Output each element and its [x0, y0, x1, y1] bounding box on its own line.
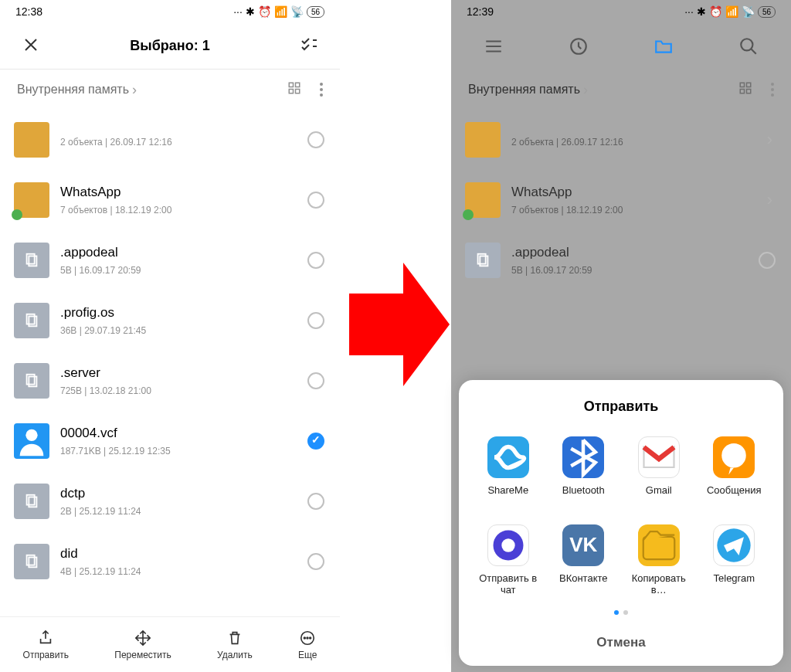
chevron-right-icon: ›	[583, 82, 588, 98]
share-app-telegram[interactable]: Telegram	[701, 524, 769, 596]
selection-radio[interactable]	[307, 372, 324, 389]
svg-rect-2	[289, 90, 293, 93]
file-name: 00004.vcf	[60, 426, 297, 441]
svg-rect-24	[740, 90, 744, 93]
svg-rect-25	[747, 90, 751, 93]
file-meta: 725B | 13.02.18 21:00	[60, 385, 297, 396]
svg-rect-3	[296, 90, 300, 93]
cancel-button[interactable]: Отмена	[474, 626, 768, 653]
selection-radio[interactable]	[759, 252, 776, 269]
selection-radio[interactable]	[307, 312, 324, 329]
file-row[interactable]: 00004.vcf187.71KB | 25.12.19 12:35	[0, 411, 340, 471]
file-meta: 187.71KB | 25.12.19 12:35	[60, 446, 297, 456]
sendchat-icon	[487, 524, 529, 566]
svg-point-10	[25, 429, 37, 441]
select-all-icon[interactable]	[300, 36, 318, 57]
svg-rect-1	[296, 83, 300, 87]
file-list: 2 объекта | 26.09.17 12:16WhatsApp7 объе…	[0, 110, 340, 592]
share-app-gmail[interactable]: Gmail	[625, 436, 693, 507]
grid-view-icon[interactable]	[738, 81, 752, 98]
file-meta: 7 объектов | 18.12.19 2:00	[511, 205, 753, 216]
clock: 12:39	[467, 5, 494, 18]
file-meta: 2 объекта | 26.09.17 12:16	[511, 137, 753, 148]
chevron-right-icon: ›	[764, 130, 776, 150]
share-app-shareme[interactable]: ShareMe	[474, 436, 542, 507]
selection-radio[interactable]	[307, 433, 324, 450]
svg-point-16	[304, 637, 306, 639]
share-app-messages[interactable]: Сообщения	[701, 436, 769, 507]
breadcrumb-path[interactable]: Внутренняя память ›	[468, 82, 588, 98]
file-row[interactable]: .appodeal5B | 16.09.17 20:59	[0, 230, 340, 290]
file-name: WhatsApp	[60, 185, 297, 200]
svg-marker-19	[349, 263, 450, 386]
menu-icon[interactable]	[484, 36, 504, 56]
selection-radio[interactable]	[307, 131, 324, 148]
selection-radio[interactable]	[307, 252, 324, 269]
file-name: WhatsApp	[511, 185, 753, 200]
more-options-icon[interactable]	[771, 83, 774, 97]
copy-icon	[638, 524, 680, 566]
share-app-sendchat[interactable]: Отправить в чат	[474, 524, 542, 596]
file-row[interactable]: .appodeal5B | 16.09.17 20:59	[451, 230, 791, 290]
svg-point-30	[501, 538, 514, 552]
grid-view-icon[interactable]	[287, 81, 301, 98]
clock: 12:38	[15, 5, 42, 18]
status-icons: ···✱⏰📶📡 56	[684, 5, 776, 18]
status-bar: 12:38 ···✱⏰📶📡 56	[0, 0, 340, 23]
status-icons: ···✱⏰📶📡 56	[233, 5, 324, 18]
main-toolbar	[451, 23, 791, 70]
telegram-icon	[713, 524, 755, 566]
battery-icon: 56	[307, 6, 324, 18]
vk-icon: VK	[562, 524, 604, 566]
share-app-copy[interactable]: Копировать в…	[625, 524, 693, 596]
svg-rect-0	[289, 83, 293, 87]
selection-radio[interactable]	[307, 192, 324, 209]
delete-button[interactable]: Удалить	[217, 630, 253, 660]
share-app-label: ShareMe	[487, 484, 528, 507]
close-icon[interactable]	[22, 36, 40, 57]
share-app-vk[interactable]: VKВКонтакте	[550, 524, 618, 596]
more-options-icon[interactable]	[320, 83, 323, 97]
file-name: dctp	[60, 486, 297, 501]
share-app-label: Сообщения	[707, 484, 762, 507]
phone-screen-left: 12:38 ···✱⏰📶📡 56 Выбрано: 1 Внутренняя п…	[0, 0, 340, 672]
svg-rect-23	[747, 83, 751, 87]
file-row[interactable]: did4B | 25.12.19 11:24	[0, 531, 340, 592]
bluetooth-icon	[562, 436, 604, 478]
file-name: .appodeal	[511, 245, 748, 260]
share-app-grid: ShareMeBluetoothGmailСообщенияОтправить …	[474, 436, 768, 596]
share-app-label: ВКонтакте	[559, 572, 608, 596]
share-app-label: Отправить в чат	[474, 572, 542, 596]
file-row[interactable]: 2 объекта | 26.09.17 12:16›	[451, 110, 791, 170]
file-row[interactable]: .profig.os36B | 29.07.19 21:45	[0, 290, 340, 351]
send-button[interactable]: Отправить	[23, 630, 70, 660]
messages-icon	[713, 436, 755, 478]
file-row[interactable]: dctp2B | 25.12.19 11:24	[0, 471, 340, 531]
selection-radio[interactable]	[307, 493, 324, 510]
folder-icon[interactable]	[654, 36, 674, 56]
move-button[interactable]: Переместить	[114, 630, 171, 660]
file-row[interactable]: WhatsApp7 объектов | 18.12.19 2:00	[0, 170, 340, 230]
share-sheet: Отправить ShareMeBluetoothGmailСообщения…	[459, 380, 783, 666]
file-row[interactable]: WhatsApp7 объектов | 18.12.19 2:00›	[451, 170, 791, 230]
file-meta: 36B | 29.07.19 21:45	[60, 325, 297, 336]
file-meta: 5B | 16.09.17 20:59	[60, 265, 297, 276]
file-name: .appodeal	[60, 245, 297, 260]
search-icon[interactable]	[738, 36, 759, 56]
file-row[interactable]: .server725B | 13.02.18 21:00	[0, 351, 340, 411]
svg-rect-22	[740, 83, 744, 87]
share-app-bluetooth[interactable]: Bluetooth	[550, 436, 618, 507]
phone-screen-right: 12:39 ···✱⏰📶📡 56 Внутренняя память ›	[451, 0, 791, 672]
share-app-label: Gmail	[646, 484, 672, 507]
svg-point-28	[722, 443, 747, 468]
breadcrumb-path[interactable]: Внутренняя память ›	[17, 82, 137, 98]
shareme-icon	[487, 436, 529, 478]
transition-arrow-icon	[349, 255, 450, 394]
more-button[interactable]: Еще	[298, 630, 317, 660]
selection-toolbar: Выбрано: 1	[0, 23, 340, 70]
recent-icon[interactable]	[569, 36, 589, 56]
file-row[interactable]: 2 объекта | 26.09.17 12:16	[0, 110, 340, 170]
chevron-right-icon: ›	[132, 82, 137, 98]
selection-radio[interactable]	[307, 553, 324, 570]
share-app-label: Bluetooth	[562, 484, 605, 507]
